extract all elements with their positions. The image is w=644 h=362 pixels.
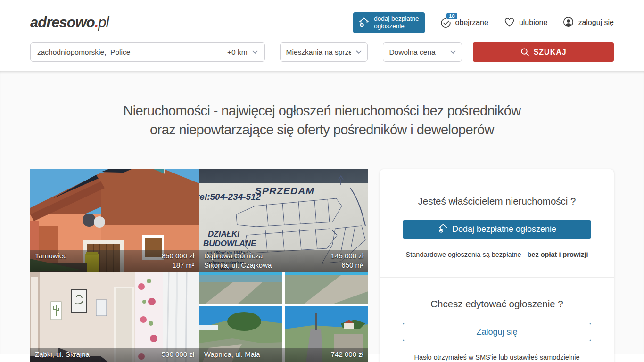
plot-ad-phone: tel:504-234-512	[199, 192, 261, 202]
nav-login[interactable]: zaloguj się	[562, 16, 614, 30]
logo[interactable]: adresowo.pl	[30, 14, 108, 31]
house-plus-icon	[438, 222, 449, 236]
plot-ad-heading: BUDOWLANE	[203, 239, 256, 248]
owner-panel: Jesteś właścicielem nieruchomości ? Doda…	[380, 169, 614, 362]
category-value: Mieszkania na sprzedaż	[286, 48, 351, 57]
radius-select[interactable]: +0 km	[227, 48, 258, 57]
logo-brand: adresowo	[30, 14, 95, 31]
house-plus-icon	[358, 16, 370, 30]
owner-panel-top: Jesteś właścicielem nieruchomości ? Doda…	[380, 169, 614, 277]
viewed-count-badge: 18	[446, 13, 457, 19]
plot-ad-heading: DZIAŁKI	[208, 230, 239, 239]
listing-price: 850 000 zł	[162, 251, 194, 261]
nav-viewed[interactable]: 18 obejrzane	[440, 17, 488, 29]
listing-location: Tarnowiec	[35, 251, 67, 261]
listing-caption: Tarnowiec 850 000 zł 187 m²	[30, 250, 199, 272]
category-select[interactable]: Mieszkania na sprzedaż	[280, 42, 368, 62]
listing-area: 187 m²	[162, 261, 194, 270]
search-submit-label: SZUKAJ	[534, 48, 567, 57]
edit-question: Chcesz edytować ogłoszenie ?	[403, 298, 591, 310]
add-listing-label: dodaj bezpłatneogłoszenie	[374, 15, 419, 30]
heart-icon	[504, 16, 515, 30]
price-select[interactable]: Dowolna cena	[383, 42, 462, 62]
header-nav: dodaj bezpłatneogłoszenie 18 obejrzane u…	[353, 12, 614, 33]
add-listing-button[interactable]: dodaj bezpłatneogłoszenie	[353, 12, 424, 33]
header: adresowo.pl dodaj bezpłatneogłoszenie 18	[0, 0, 644, 33]
sidebar-add-listing-label: Dodaj bezpłatne ogłoszenie	[452, 224, 556, 234]
password-hint: Hasło otrzymałeś w SMS'ie lub ustawiłeś …	[403, 354, 591, 361]
listing-caption: Wapnica, ul. Mała 742 000 zł	[199, 348, 368, 362]
owner-panel-bottom: Chcesz edytować ogłoszenie ? Zaloguj się…	[380, 277, 614, 362]
listings-grid: Tarnowiec 850 000 zł 187 m²	[30, 169, 368, 362]
listing-price: 742 000 zł	[331, 350, 363, 359]
sidebar-login-label: Zaloguj się	[476, 327, 517, 337]
listing-sublocation: Sikorka, ul. Czajkowa	[204, 261, 272, 270]
plot-ad-title: SPRZEDAM	[255, 185, 314, 197]
check-circle-icon: 18	[440, 17, 452, 29]
page-title: Nieruchomości - najwięcej ogłoszeń nieru…	[0, 71, 644, 139]
radius-value: +0 km	[227, 48, 248, 57]
owner-question: Jesteś właścicielem nieruchomości ?	[403, 196, 591, 207]
main-content: Tarnowiec 850 000 zł 187 m²	[0, 169, 644, 362]
nav-viewed-label: obejrzane	[455, 18, 488, 27]
listing-caption: Ząbki, ul. Skrajna 530 000 zł	[30, 348, 199, 362]
location-field[interactable]: +0 km	[30, 42, 265, 62]
listing-card[interactable]: SPRZEDAM tel:504-234-512 DZIAŁKI BUDOWLA…	[199, 169, 368, 272]
chevron-down-icon	[356, 50, 362, 54]
sidebar-login-button[interactable]: Zaloguj się	[403, 323, 591, 341]
nav-favorites-label: ulubione	[519, 18, 548, 27]
listing-card[interactable]: Ząbki, ul. Skrajna 530 000 zł	[30, 272, 199, 362]
nav-favorites[interactable]: ulubione	[504, 16, 548, 30]
search-submit-button[interactable]: SZUKAJ	[473, 42, 614, 62]
hero-section: Nieruchomości - najwięcej ogłoszeń nieru…	[0, 71, 644, 354]
location-input[interactable]	[37, 48, 179, 57]
nav-login-label: zaloguj się	[578, 18, 614, 27]
search-icon	[520, 48, 529, 57]
free-listings-note: Standardowe ogłoszenia są bezpłatne - be…	[403, 251, 591, 258]
listing-area: 650 m²	[331, 261, 363, 270]
chevron-down-icon	[252, 50, 258, 54]
search-bar: +0 km Mieszkania na sprzedaż Dowolna cen…	[0, 33, 644, 71]
listing-location: Ząbki, ul. Skrajna	[35, 350, 90, 359]
listing-card[interactable]: Tarnowiec 850 000 zł 187 m²	[30, 169, 199, 272]
chevron-down-icon	[450, 50, 456, 54]
listing-location: Wapnica, ul. Mała	[204, 350, 260, 359]
listing-card[interactable]: Wapnica, ul. Mała 742 000 zł	[199, 272, 368, 362]
listing-price: 145 000 zł	[331, 251, 363, 261]
listing-price: 530 000 zł	[162, 350, 194, 359]
logo-tld: pl	[98, 14, 108, 31]
listing-caption: Dąbrowa Górnicza Sikorka, ul. Czajkowa 1…	[199, 250, 368, 272]
price-value: Dowolna cena	[389, 48, 435, 57]
listing-location: Dąbrowa Górnicza	[204, 251, 272, 261]
user-icon	[562, 16, 574, 30]
sidebar-add-listing-button[interactable]: Dodaj bezpłatne ogłoszenie	[403, 220, 591, 239]
